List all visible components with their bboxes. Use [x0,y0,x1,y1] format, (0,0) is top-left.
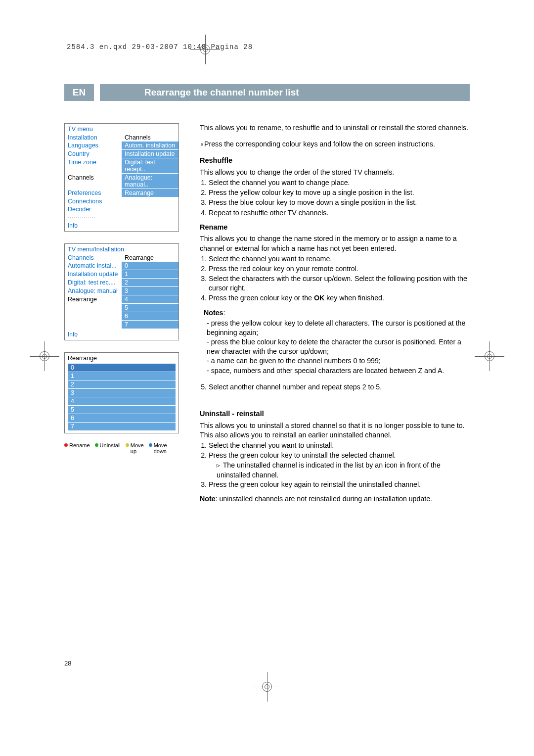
list-item: Press the green colour key or the OK key… [209,293,470,303]
rearr-item: 5 [68,406,176,414]
list-item: Press the red colour key on your remote … [209,264,470,274]
blue-dot-icon [149,443,152,447]
note-item: press the blue colour key to delete the … [207,337,470,356]
menu1-left-item: Connections [65,197,122,205]
menu2-left-item: Rearrange [65,295,122,304]
list-item: Select another channel number and repeat… [209,382,470,392]
menu1-left-item: Installation [65,134,122,142]
reshuffle-steps: Select the channel you want to change pl… [200,178,470,218]
red-dot-icon [64,443,68,447]
menu2-left-item [65,312,122,321]
legend-key: Move up [126,442,144,454]
uninstall-note: Note: uninstalled channels are not reins… [200,494,470,504]
rearr-item: 0 [68,364,176,372]
uninstall-steps: Select the channel you want to uninstall… [200,441,470,489]
menu1-left-item: Preferences [65,189,122,197]
note-item: space, numbers and other special charact… [207,366,470,376]
crop-mark-left [30,341,59,371]
menu2-left-item [65,304,122,312]
menu2-right-item: 7 [122,321,178,329]
menu2-left-item: Digital: test rec.... [65,279,122,287]
notes-block: Notes: press the yellow colour key to de… [200,308,470,376]
menu2-left-item: Installation update [65,270,122,279]
crop-mark-right [475,341,504,371]
list-item: Press the blue colour key to move down a… [209,198,470,207]
menu2-right-item: Rearrange [122,254,178,262]
language-badge: EN [64,84,94,101]
legend-label: Rename [69,442,90,448]
legend-label: Uninstall [100,442,121,448]
legend-key: Rename [64,442,90,454]
menu2-title: TV menu/Installation [65,244,178,254]
rearr-title: Rearrange [65,353,178,364]
menu1-title: TV menu [65,124,178,134]
list-item: Press the yellow colour key to move up a… [209,188,470,197]
rename-para: This allows you to change the name store… [200,234,470,253]
crop-mark-bottom [252,672,282,702]
menu2-right-item: 2 [122,279,178,287]
menu2-left-item: Analogue: manual [65,287,122,295]
page-title: Rearrange the channel number list [100,84,470,101]
note-item: a name can be given to the channel numbe… [207,356,470,366]
rearr-item: 7 [68,423,176,431]
legend-key: Uninstall [95,442,121,454]
legend-key: Move down [149,442,167,454]
menu1-right-item: Analogue: manual.. [122,174,178,189]
menu2-right-item: 0 [122,262,178,270]
tv-menu-box-1: TV menu InstallationChannelsLanguagesAut… [64,123,179,232]
menu2-right-item: 5 [122,304,178,312]
note-item: press the yellow colour key to delete al… [207,319,470,337]
list-item: Repeat to reshuffle other TV channels. [209,208,470,218]
list-item: Press the green colour key to uninstall … [209,451,470,460]
rename-steps-cont: Select another channel number and repeat… [200,382,470,392]
menu2-right-item: 1 [122,270,178,279]
menu2-left-item: Channels [65,254,122,262]
menu1-left-item: Decoder [65,205,122,213]
menu1-left-item: Country [65,150,122,158]
menu2-right-item: 4 [122,295,178,304]
list-item: Select the channel you want to uninstall… [209,441,470,450]
menu2-left-item [65,321,122,329]
rearrange-box: Rearrange 01234567 [64,352,179,433]
menu1-left-item: Time zone [65,158,122,174]
list-item: Select the channel you want to change pl… [209,178,470,188]
rearr-item: 1 [68,372,176,380]
uninstall-heading: Uninstall - reinstall [200,409,470,419]
menu1-right-item: Channels [122,134,178,142]
menu2-info: Info [65,329,178,340]
print-header-slug: 2584.3 en.qxd 29-03-2007 10:48 Pagina 28 [67,43,253,51]
menu1-right-item: Rearrange [122,189,178,197]
menu1-right-item: Digital: test recept.. [122,158,178,174]
rearr-item: 2 [68,380,176,389]
menu1-right-item: Installation update [122,150,178,158]
menu1-left-item: Channels [65,174,122,189]
sub-bullet: ▹ The uninstalled channel is indicated i… [209,461,470,479]
rearr-item: 3 [68,389,176,397]
menu2-right-item: 6 [122,312,178,321]
legend-label: Move down [154,442,167,454]
tv-menu-box-2: TV menu/Installation ChannelsRearrangeAu… [64,243,179,340]
menu2-left-item: Automatic instal... [65,262,122,270]
reshuffle-heading: Reshuffle [200,156,470,166]
page-title-row: EN Rearrange the channel number list [64,84,470,101]
rearr-item: 6 [68,414,176,423]
colour-key-legend: RenameUninstallMove upMove down [64,442,179,454]
menu-dots: .............. [65,213,178,220]
menu1-left-item: Languages [65,142,122,150]
rename-heading: Rename [200,223,470,233]
legend-label: Move up [131,442,144,454]
intro-para-2: ∘Press the corresponding colour keys and… [200,140,470,149]
yellow-dot-icon [126,443,129,447]
menu1-info: Info [65,220,178,231]
green-dot-icon [95,443,98,447]
reshuffle-para: This allows you to change the order of t… [200,168,470,177]
rearr-item: 4 [68,397,176,406]
menu2-right-item: 3 [122,287,178,295]
uninstall-para: This allows you to uninstall a stored ch… [200,421,470,440]
list-item: Select the characters with the cursor up… [209,274,470,293]
list-item: Press the green colour key again to rein… [209,480,470,489]
intro-para-1: This allows you to rename, to reshuffle … [200,123,470,133]
page-number: 28 [64,660,71,667]
list-item: Select the channel you want to rename. [209,254,470,264]
menu1-right-item: Autom. installation [122,142,178,150]
